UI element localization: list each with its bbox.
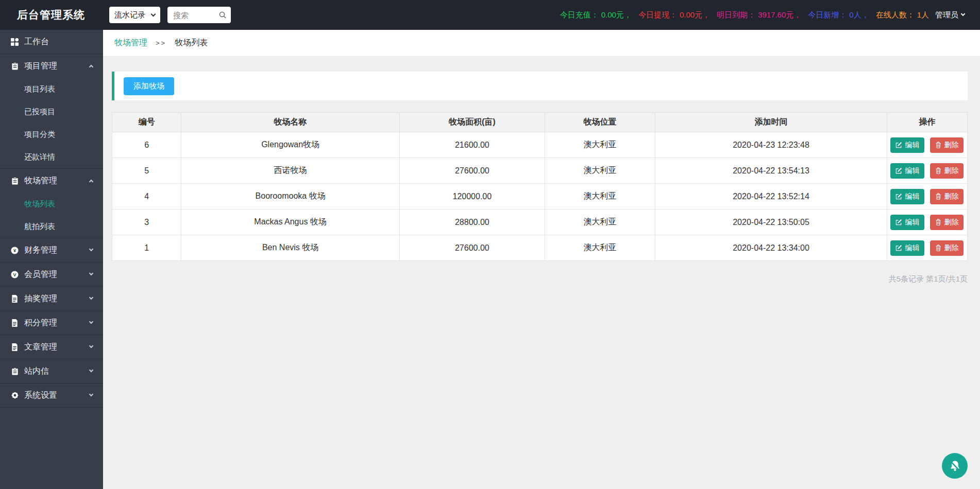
edit-button[interactable]: 编辑 — [890, 240, 924, 256]
sidebar-item-article-management[interactable]: 文章管理 — [0, 335, 103, 359]
cell-time: 2020-04-22 13:54:13 — [655, 158, 887, 184]
delete-button[interactable]: 删除 — [930, 189, 964, 204]
breadcrumb-parent-link[interactable]: 牧场管理 — [114, 38, 147, 48]
cell-name: Mackas Angus 牧场 — [181, 209, 399, 235]
topbar-stats: 今日充值：0.00元， 今日提现：0.00元， 明日到期：3917.60元， 今… — [553, 0, 965, 30]
cell-name: Glengowan牧场 — [181, 132, 399, 158]
cell-location: 澳大利亚 — [545, 235, 655, 261]
pasture-table-container: 编号 牧场名称 牧场面积(亩) 牧场位置 添加时间 操作 6 Glengowan… — [112, 112, 968, 261]
sidebar-item-aerial-list[interactable]: 航拍列表 — [0, 215, 103, 238]
sidebar-item-project-management[interactable]: 项目管理 — [0, 54, 103, 78]
trash-icon — [935, 244, 941, 251]
admin-label: 管理员 — [935, 10, 958, 20]
stat-recharge: 今日充值：0.00元， — [560, 10, 632, 20]
chevron-down-icon — [151, 11, 156, 16]
chevron-down-icon — [89, 295, 93, 300]
sidebar-item-repayment-detail[interactable]: 还款详情 — [0, 146, 103, 168]
edit-icon — [895, 167, 902, 174]
record-summary: 共5条记录 第1页/共1页 — [103, 274, 968, 284]
sidebar-item-member-management[interactable]: V 会员管理 — [0, 263, 103, 286]
delete-button[interactable]: 删除 — [930, 163, 964, 179]
sidebar-item-workbench[interactable]: 工作台 — [0, 30, 103, 54]
edit-button[interactable]: 编辑 — [890, 215, 924, 230]
cell-location: 澳大利亚 — [545, 132, 655, 158]
table-row: 4 Booroomooka 牧场 120000.00 澳大利亚 2020-04-… — [112, 184, 968, 209]
sidebar-item-system-settings[interactable]: 系统设置 — [0, 383, 103, 407]
stat-new-users: 今日新增：0人， — [808, 10, 869, 20]
header-cell-name: 牧场名称 — [181, 113, 399, 132]
cell-id: 4 — [112, 184, 181, 209]
edit-button[interactable]: 编辑 — [890, 163, 924, 179]
sidebar-item-label: 财务管理 — [24, 245, 57, 256]
sidebar-item-label: 文章管理 — [24, 342, 57, 353]
delete-button[interactable]: 删除 — [930, 215, 964, 230]
notification-fab[interactable] — [942, 453, 968, 479]
trash-icon — [935, 167, 941, 174]
header-cell-time: 添加时间 — [655, 113, 887, 132]
clipboard-icon — [10, 177, 19, 185]
delete-button[interactable]: 删除 — [930, 137, 964, 153]
breadcrumb-separator: >> — [156, 39, 166, 47]
module-select[interactable]: 流水记录 — [109, 7, 160, 23]
cell-id: 6 — [112, 132, 181, 158]
document-icon — [10, 319, 19, 327]
yuan-circle-icon: ¥ — [10, 247, 19, 254]
stat-online-users: 在线人数：1人 — [876, 10, 929, 20]
stat-due-tomorrow: 明日到期：3917.60元， — [717, 10, 801, 20]
edit-button[interactable]: 编辑 — [890, 189, 924, 204]
edit-icon — [895, 244, 902, 251]
sidebar-item-label: 抽奖管理 — [24, 293, 57, 304]
chevron-down-icon — [89, 344, 93, 348]
table-header-row: 编号 牧场名称 牧场面积(亩) 牧场位置 添加时间 操作 — [112, 113, 968, 132]
sidebar-item-label: 会员管理 — [24, 269, 57, 280]
stat-withdraw: 今日提现：0.00元， — [638, 10, 710, 20]
cell-time: 2020-04-22 13:52:14 — [655, 184, 887, 209]
chevron-down-icon — [89, 247, 93, 251]
sidebar-item-label: 积分管理 — [24, 318, 57, 328]
delete-button[interactable]: 删除 — [930, 240, 964, 256]
search-box — [167, 7, 231, 23]
edit-button[interactable]: 编辑 — [890, 137, 924, 153]
pasture-table: 编号 牧场名称 牧场面积(亩) 牧场位置 添加时间 操作 6 Glengowan… — [112, 112, 968, 261]
sidebar-item-label: 站内信 — [24, 366, 49, 377]
edit-icon — [895, 193, 902, 200]
sidebar-item-finance-management[interactable]: ¥ 财务管理 — [0, 238, 103, 262]
breadcrumb-current: 牧场列表 — [175, 38, 208, 48]
admin-menu[interactable]: 管理员 — [935, 10, 965, 20]
toolbar-panel: 添加牧场 — [112, 72, 968, 100]
sidebar-item-lottery-management[interactable]: 抽奖管理 — [0, 287, 103, 310]
cell-time: 2020-04-22 13:50:05 — [655, 209, 887, 235]
trash-icon — [935, 142, 941, 148]
cell-id: 5 — [112, 158, 181, 184]
header-cell-id: 编号 — [112, 113, 181, 132]
sidebar-item-label: 工作台 — [24, 37, 49, 47]
sidebar-item-points-management[interactable]: 积分管理 — [0, 311, 103, 335]
document-icon — [10, 343, 19, 351]
add-pasture-button[interactable]: 添加牧场 — [124, 77, 174, 95]
clipboard-icon — [10, 368, 19, 375]
cell-area: 120000.00 — [399, 184, 545, 209]
header-cell-actions: 操作 — [887, 113, 967, 132]
cell-name: 西诺牧场 — [181, 158, 399, 184]
sidebar-item-pasture-list[interactable]: 牧场列表 — [0, 193, 103, 215]
cell-name: Booroomooka 牧场 — [181, 184, 399, 209]
svg-text:V: V — [13, 272, 16, 277]
dashboard-icon — [10, 38, 19, 46]
module-select-value: 流水记录 — [114, 10, 145, 20]
breadcrumb: 牧场管理 >> 牧场列表 — [103, 30, 980, 57]
sidebar-item-invested-projects[interactable]: 已投项目 — [0, 100, 103, 123]
cell-location: 澳大利亚 — [545, 158, 655, 184]
cell-area: 27600.00 — [399, 235, 545, 261]
bell-off-icon — [948, 459, 962, 473]
chevron-down-icon — [89, 320, 93, 324]
sidebar-item-project-category[interactable]: 项目分类 — [0, 123, 103, 146]
trash-icon — [935, 193, 941, 200]
chevron-down-icon — [89, 392, 93, 396]
chevron-up-icon — [89, 65, 93, 69]
header-cell-location: 牧场位置 — [545, 113, 655, 132]
table-row: 1 Ben Nevis 牧场 27600.00 澳大利亚 2020-04-22 … — [112, 235, 968, 261]
sidebar-item-project-list[interactable]: 项目列表 — [0, 78, 103, 100]
sidebar-item-site-mail[interactable]: 站内信 — [0, 359, 103, 383]
search-icon — [218, 11, 227, 19]
sidebar-item-pasture-management[interactable]: 牧场管理 — [0, 169, 103, 193]
